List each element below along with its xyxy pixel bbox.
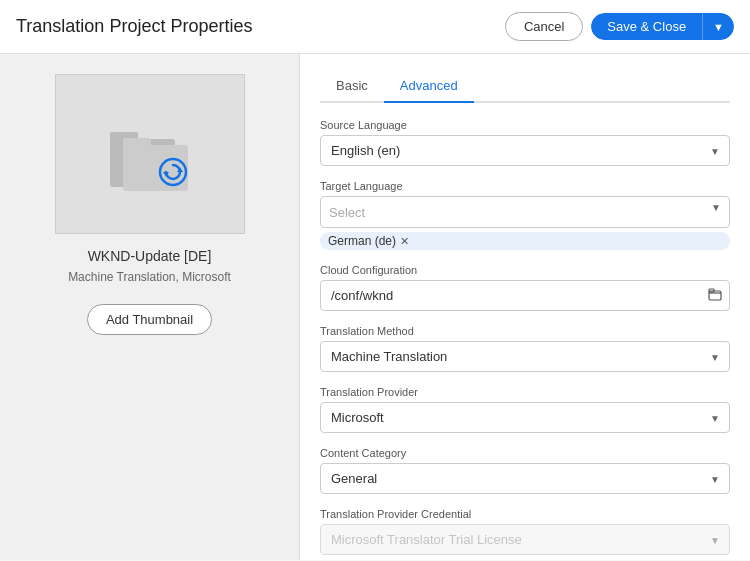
tab-advanced[interactable]: Advanced [384,70,474,103]
target-language-label: Target Language [320,180,730,192]
add-thumbnail-button[interactable]: Add Thumbnail [87,304,212,335]
translation-method-label: Translation Method [320,325,730,337]
save-dropdown-button[interactable]: ▼ [702,13,734,40]
translation-provider-select[interactable]: Microsoft [320,402,730,433]
cloud-config-wrapper [320,280,730,311]
save-group: Save & Close ▼ [591,13,734,40]
target-language-group: Target Language Select ▼ German (de) ✕ [320,180,730,250]
translation-credential-select[interactable]: Microsoft Translator Trial License [320,524,730,555]
translation-credential-wrapper: Microsoft Translator Trial License ▼ [320,524,730,555]
translation-provider-label: Translation Provider [320,386,730,398]
thumbnail-icon [105,117,195,192]
project-meta: Machine Translation, Microsoft [68,270,231,284]
tab-basic[interactable]: Basic [320,70,384,103]
translation-credential-group: Translation Provider Credential Microsof… [320,508,730,555]
folder-browse-icon[interactable] [708,287,722,304]
tag-label: German (de) [328,234,396,248]
translation-method-group: Translation Method Machine Translation ▼ [320,325,730,372]
source-language-group: Source Language English (en) ▼ [320,119,730,166]
cloud-config-group: Cloud Configuration [320,264,730,311]
source-language-label: Source Language [320,119,730,131]
save-close-button[interactable]: Save & Close [591,13,702,40]
target-language-arrow-icon: ▼ [711,201,721,212]
translation-method-select[interactable]: Machine Translation [320,341,730,372]
right-panel: Basic Advanced Source Language English (… [300,54,750,560]
folder-thumbnail-icon [105,117,195,192]
tag-remove-button[interactable]: ✕ [400,235,409,248]
target-language-wrapper: Select ▼ [320,196,730,228]
thumbnail-box [55,74,245,234]
content-category-wrapper: General ▼ [320,463,730,494]
translation-provider-group: Translation Provider Microsoft ▼ [320,386,730,433]
tabs: Basic Advanced [320,70,730,103]
translation-provider-wrapper: Microsoft ▼ [320,402,730,433]
translation-method-wrapper: Machine Translation ▼ [320,341,730,372]
translation-credential-label: Translation Provider Credential [320,508,730,520]
main-content: WKND-Update [DE] Machine Translation, Mi… [0,54,750,560]
header-actions: Cancel Save & Close ▼ [505,12,734,41]
cloud-config-input[interactable] [320,280,730,311]
left-panel: WKND-Update [DE] Machine Translation, Mi… [0,54,300,560]
source-language-wrapper: English (en) ▼ [320,135,730,166]
cancel-button[interactable]: Cancel [505,12,583,41]
content-category-label: Content Category [320,447,730,459]
target-language-tag: German (de) ✕ [320,232,730,250]
cloud-config-label: Cloud Configuration [320,264,730,276]
project-name: WKND-Update [DE] [88,248,212,264]
content-category-group: Content Category General ▼ [320,447,730,494]
svg-rect-3 [123,138,151,148]
page-title: Translation Project Properties [16,16,252,37]
target-language-tag-area[interactable]: Select ▼ [320,196,730,228]
source-language-select[interactable]: English (en) [320,135,730,166]
content-category-select[interactable]: General [320,463,730,494]
page-header: Translation Project Properties Cancel Sa… [0,0,750,54]
target-language-placeholder: Select [329,205,365,220]
